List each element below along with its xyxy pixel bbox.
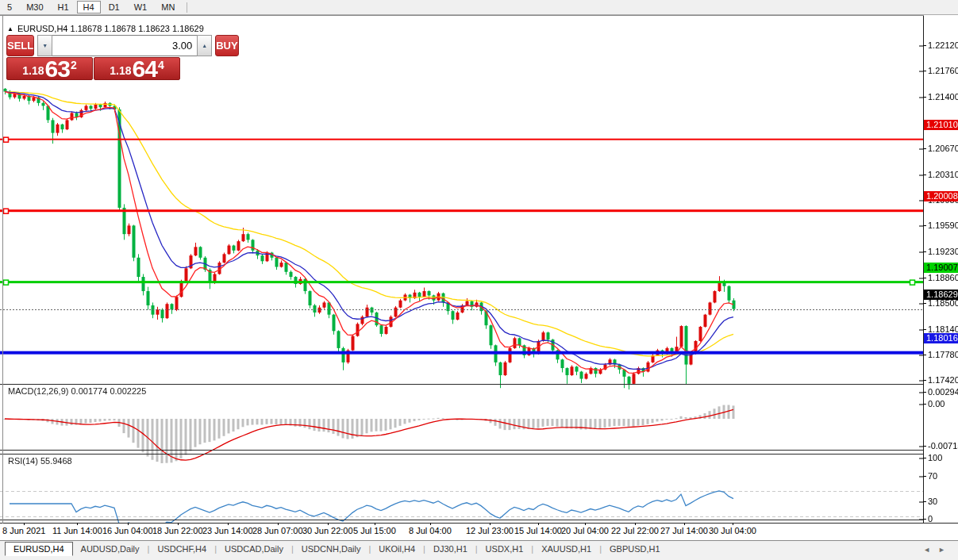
timeframe-button-h1[interactable]: H1: [52, 1, 75, 13]
buy-price-box[interactable]: 1.18 64 4: [94, 57, 180, 80]
timeframe-button-mn[interactable]: MN: [155, 1, 181, 13]
sell-price-small: 1.18: [22, 64, 44, 77]
time-label: 5 Jul 15:00: [353, 526, 396, 535]
rsi-tick-30: 30: [928, 497, 937, 507]
time-label: 15 Jul 14:00: [514, 526, 562, 535]
timeframe-button-m30[interactable]: M30: [20, 1, 49, 13]
toolbar-divider: [187, 2, 187, 13]
time-label: 16 Jun 04:00: [102, 526, 153, 535]
macd-pane-top-separator[interactable]: [0, 384, 958, 385]
tab-scroll-right-icon[interactable]: ►: [938, 546, 953, 554]
rsi-indicator-label: RSI(14) 55.9468: [8, 456, 72, 466]
trade-panel-prices: 1.18 63 2 1.18 64 4: [6, 57, 180, 80]
time-label: 30 Jun 22:00: [302, 526, 353, 535]
rsi-tick-100: 100: [928, 453, 942, 463]
price-tick-1.19230: 1.19230: [928, 247, 958, 257]
time-label: 27 Jul 14:00: [660, 526, 708, 535]
rsi-pane-bottom-separator: [0, 520, 958, 520]
tab-usdcnh-daily[interactable]: USDCNH,Daily: [294, 542, 369, 556]
volume-stepper: ▼ ▲: [37, 35, 212, 56]
price-tick-1.19590: 1.19590: [928, 221, 958, 231]
window-left-border: [2, 15, 3, 539]
price-axis[interactable]: 1.221201.217601.214001.206701.203101.199…: [924, 15, 958, 523]
rsi-tick-70: 70: [928, 471, 937, 481]
price-badge-1.19007: 1.19007: [924, 263, 958, 273]
price-tick-1.20310: 1.20310: [928, 170, 958, 180]
rsi-tick-0: 0: [928, 514, 933, 524]
price-tick-1.21760: 1.21760: [928, 66, 958, 76]
tab-scroll-left-icon[interactable]: ◄: [923, 546, 938, 554]
timeframe-toolbar: 5M30H1H4D1W1MN: [0, 0, 958, 15]
buy-price-big: 64: [133, 58, 157, 79]
time-label: 23 Jun 14:00: [202, 526, 253, 535]
price-tick-1.22120: 1.22120: [928, 40, 958, 51]
tab-audusd-daily[interactable]: AUDUSD,Daily: [73, 542, 148, 556]
price-tick-1.17780: 1.17780: [928, 350, 958, 360]
volume-increase-icon[interactable]: ▲: [197, 35, 212, 56]
timeframe-button-h4[interactable]: H4: [77, 1, 101, 13]
sell-button[interactable]: SELL: [6, 35, 34, 56]
macd-tick--0.00715: -0.00715: [928, 441, 958, 451]
time-label: 18 Jun 22:00: [152, 526, 203, 535]
price-badge-1.21010: 1.21010: [924, 120, 958, 130]
rsi-pane-top-separator[interactable]: [0, 454, 958, 455]
time-label: 22 Jul 22:00: [611, 526, 659, 535]
trade-panel-controls: SELL ▼ ▲ BUY: [6, 35, 180, 56]
symbol-ohlc-text: EURUSD,H4 1.18678 1.18678 1.18623 1.1862…: [17, 24, 204, 33]
price-badge-1.20008: 1.20008: [924, 191, 958, 201]
time-axis[interactable]: 8 Jun 202111 Jun 14:0016 Jun 04:0018 Jun…: [0, 524, 923, 539]
time-label: 8 Jul 04:00: [409, 526, 452, 535]
buy-button[interactable]: BUY: [215, 35, 238, 56]
time-label: 20 Jul 04:00: [561, 526, 609, 535]
macd-tick-0.00: 0.00: [928, 399, 945, 409]
price-badge-1.18016: 1.18016: [924, 333, 958, 343]
tab-eurusd-h4[interactable]: EURUSD,H4: [5, 542, 73, 556]
time-label: 8 Jun 2021: [2, 526, 45, 535]
volume-decrease-icon[interactable]: ▼: [37, 35, 52, 56]
sell-price-sup: 2: [71, 59, 77, 71]
timeframe-button-w1[interactable]: W1: [128, 1, 154, 13]
tab-usdx-h1[interactable]: USDX,H1: [478, 542, 532, 556]
price-tick-1.17420: 1.17420: [928, 375, 958, 385]
tab-scroll-arrows: ◄►: [923, 546, 953, 554]
volume-input[interactable]: [52, 35, 197, 56]
mt4-terminal: 5M30H1H4D1W1MN ▲ EURUSD,H4 1.18678 1.186…: [0, 0, 958, 560]
macd-pane-bottom-separator[interactable]: [0, 450, 958, 451]
price-chart-canvas[interactable]: [0, 15, 923, 538]
macd-tick-0.002947: 0.002947: [928, 387, 958, 397]
buy-price-sup: 4: [158, 59, 164, 71]
time-label: 28 Jun 07:00: [252, 526, 303, 535]
timeframe-button-5[interactable]: 5: [1, 1, 18, 13]
buy-price-small: 1.18: [110, 64, 131, 77]
price-badge-1.18629: 1.18629: [924, 290, 958, 300]
timeframe-button-d1[interactable]: D1: [102, 1, 126, 13]
one-click-trading-panel: SELL ▼ ▲ BUY 1.18 63 2 1.18 64 4: [6, 35, 180, 80]
price-tick-1.21400: 1.21400: [928, 92, 958, 102]
price-tick-1.20670: 1.20670: [928, 144, 958, 154]
chart-tab-bar: EURUSD,H4AUDUSD,Daily|USDCHF,H4|USDCAD,D…: [0, 540, 958, 560]
tab-usdcad-daily[interactable]: USDCAD,Daily: [217, 542, 291, 556]
chart-window: [0, 15, 958, 540]
price-tick-1.18860: 1.18860: [928, 273, 958, 283]
sell-price-big: 63: [45, 58, 70, 79]
collapse-triangle-icon[interactable]: ▲: [7, 25, 13, 33]
symbol-header: ▲ EURUSD,H4 1.18678 1.18678 1.18623 1.18…: [7, 24, 204, 33]
window-top-border: [0, 15, 958, 16]
time-label: 30 Jul 04:00: [709, 526, 756, 535]
tab-usdchf-h4[interactable]: USDCHF,H4: [149, 542, 214, 556]
tab-ukoil-h4[interactable]: UKOil,H4: [371, 542, 423, 556]
sell-price-box[interactable]: 1.18 63 2: [6, 57, 93, 80]
tab-xauusd-h1[interactable]: XAUUSD,H1: [533, 542, 599, 556]
time-label: 12 Jul 23:00: [466, 526, 514, 535]
tab-dj30-h1[interactable]: DJ30,H1: [425, 542, 475, 556]
tab-gbpusd-h1[interactable]: GBPUSD,H1: [602, 542, 668, 556]
macd-indicator-label: MACD(12,26,9) 0.001774 0.002225: [8, 386, 146, 396]
time-label: 11 Jun 14:00: [52, 526, 102, 535]
